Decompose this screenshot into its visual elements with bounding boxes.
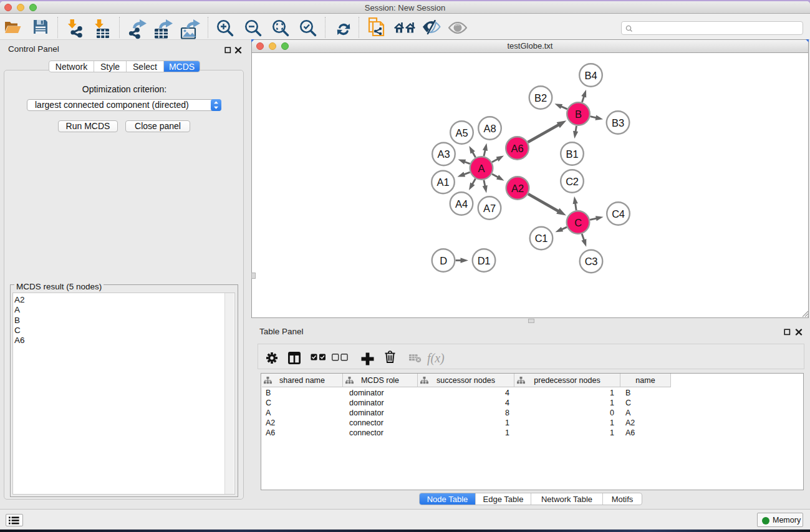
svg-text:B3: B3 [612,117,624,128]
svg-text:B: B [575,109,582,120]
svg-text:B1: B1 [566,148,579,160]
svg-text:A3: A3 [438,148,450,160]
svg-text:A2: A2 [511,183,524,194]
svg-text:C2: C2 [566,176,579,187]
svg-text:C3: C3 [585,256,598,267]
svg-text:B4: B4 [585,70,597,81]
svg-text:A5: A5 [456,127,468,138]
svg-text:A8: A8 [484,123,496,134]
svg-text:C1: C1 [535,233,548,244]
svg-text:B2: B2 [534,92,547,104]
svg-text:A4: A4 [455,198,468,210]
svg-text:A7: A7 [483,203,496,214]
svg-text:A: A [478,163,485,174]
svg-text:D1: D1 [478,255,491,266]
svg-text:A1: A1 [437,177,450,188]
svg-text:C4: C4 [612,208,625,220]
svg-text:C: C [574,217,582,228]
svg-text:A6: A6 [511,143,524,154]
svg-text:D: D [440,255,447,266]
